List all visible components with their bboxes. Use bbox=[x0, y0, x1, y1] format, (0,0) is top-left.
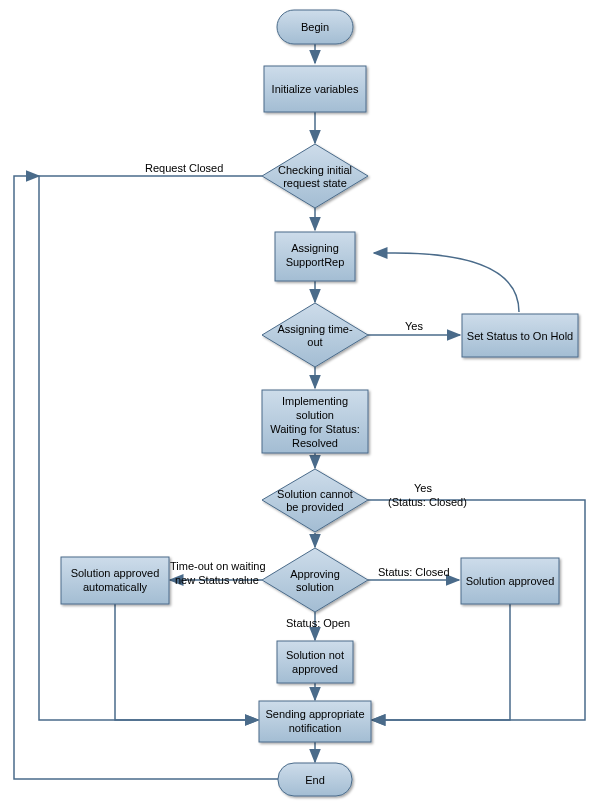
edge-cannot-yes bbox=[368, 500, 585, 720]
svg-rect-32 bbox=[277, 641, 353, 683]
svg-text:approved: approved bbox=[292, 663, 338, 675]
node-solution-cannot: Solution cannot be provided bbox=[262, 469, 368, 532]
svg-text:Begin: Begin bbox=[301, 21, 329, 33]
svg-text:Assigning: Assigning bbox=[291, 242, 339, 254]
svg-marker-11 bbox=[262, 303, 368, 367]
svg-text:Solution approved: Solution approved bbox=[71, 567, 160, 579]
svg-text:Initialize variables: Initialize variables bbox=[272, 83, 359, 95]
node-sol-auto: Solution approved automatically bbox=[61, 557, 169, 604]
svg-text:Set Status to On Hold: Set Status to On Hold bbox=[467, 330, 573, 342]
svg-text:Solution not: Solution not bbox=[286, 649, 344, 661]
edge-label-approve-timeout2: new Status value bbox=[175, 574, 259, 586]
node-begin: Begin bbox=[277, 10, 353, 44]
svg-marker-24 bbox=[262, 548, 368, 612]
edge-label-approve-open: Status: Open bbox=[286, 617, 350, 629]
svg-text:Solution approved: Solution approved bbox=[466, 575, 555, 587]
node-check-initial: Checking initial request state bbox=[262, 144, 368, 208]
svg-text:Assigning time-: Assigning time- bbox=[277, 323, 353, 335]
svg-text:Checking initial: Checking initial bbox=[278, 164, 352, 176]
node-set-onhold: Set Status to On Hold bbox=[462, 314, 578, 357]
svg-marker-5 bbox=[262, 144, 368, 208]
edge-label-cannot-yes2: (Status: Closed) bbox=[388, 496, 467, 508]
node-end: End bbox=[278, 763, 352, 796]
svg-text:Implementing: Implementing bbox=[282, 395, 348, 407]
svg-text:be provided: be provided bbox=[286, 501, 344, 513]
svg-text:request state: request state bbox=[283, 177, 347, 189]
svg-text:Approving: Approving bbox=[290, 568, 340, 580]
svg-text:solution: solution bbox=[296, 581, 334, 593]
node-approving: Approving solution bbox=[262, 548, 368, 612]
svg-text:out: out bbox=[307, 336, 322, 348]
svg-text:Solution cannot: Solution cannot bbox=[277, 488, 353, 500]
edge-label-request-closed: Request Closed bbox=[145, 162, 223, 174]
node-sending: Sending appropriate notification bbox=[259, 701, 371, 742]
node-assign-timeout: Assigning time- out bbox=[262, 303, 368, 367]
node-assign-rep: Assigning SupportRep bbox=[275, 232, 355, 281]
svg-text:Waiting for Status:: Waiting for Status: bbox=[270, 423, 359, 435]
node-sol-not: Solution not approved bbox=[277, 641, 353, 683]
svg-text:Sending appropriate: Sending appropriate bbox=[265, 708, 364, 720]
svg-text:notification: notification bbox=[289, 722, 342, 734]
svg-text:automatically: automatically bbox=[83, 581, 148, 593]
edge-auto-to-send bbox=[115, 604, 258, 720]
edge-onhold-back bbox=[374, 253, 519, 312]
edge-end-loop bbox=[14, 176, 278, 779]
edge-label-approve-closed: Status: Closed bbox=[378, 566, 450, 578]
svg-text:End: End bbox=[305, 774, 325, 786]
node-init: Initialize variables bbox=[264, 66, 366, 112]
svg-text:Resolved: Resolved bbox=[292, 437, 338, 449]
node-implement: Implementing solution Waiting for Status… bbox=[262, 390, 368, 453]
edge-label-approve-timeout1: Time-out on waiting bbox=[170, 560, 266, 572]
node-sol-approved: Solution approved bbox=[461, 558, 559, 604]
edge-approved-to-send bbox=[372, 604, 510, 720]
svg-text:SupportRep: SupportRep bbox=[286, 256, 345, 268]
svg-text:solution: solution bbox=[296, 409, 334, 421]
edge-label-cannot-yes1: Yes bbox=[414, 482, 432, 494]
edge-request-closed bbox=[39, 176, 262, 720]
edge-label-timeout-yes: Yes bbox=[405, 320, 423, 332]
